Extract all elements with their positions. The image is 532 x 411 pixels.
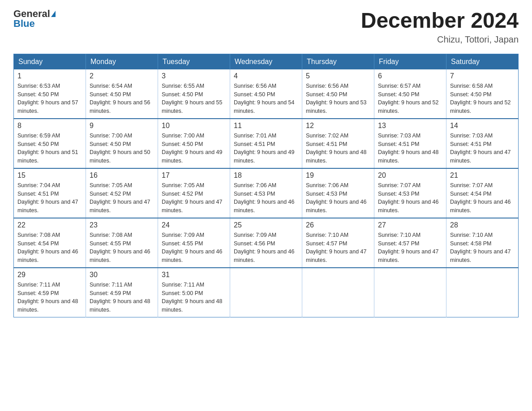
day-number: 9 (90, 122, 154, 130)
calendar-day-cell: 27 Sunrise: 7:10 AMSunset: 4:57 PMDaylig… (374, 218, 446, 268)
calendar-day-cell: 30 Sunrise: 7:11 AMSunset: 4:59 PMDaylig… (86, 268, 158, 317)
day-of-week-header: Tuesday (158, 54, 230, 69)
day-number: 5 (306, 72, 370, 80)
day-number: 28 (450, 221, 515, 229)
day-info: Sunrise: 7:10 AMSunset: 4:57 PMDaylight:… (378, 231, 442, 265)
day-info: Sunrise: 6:56 AMSunset: 4:50 PMDaylight:… (234, 82, 298, 116)
day-info: Sunrise: 7:10 AMSunset: 4:57 PMDaylight:… (306, 231, 370, 265)
day-info: Sunrise: 7:05 AMSunset: 4:52 PMDaylight:… (90, 181, 154, 215)
calendar-week-row: 1 Sunrise: 6:53 AMSunset: 4:50 PMDayligh… (14, 69, 519, 119)
day-info: Sunrise: 7:09 AMSunset: 4:55 PMDaylight:… (162, 231, 226, 265)
day-info: Sunrise: 7:11 AMSunset: 4:59 PMDaylight:… (90, 281, 154, 314)
calendar-day-cell: 12 Sunrise: 7:02 AMSunset: 4:51 PMDaylig… (302, 119, 374, 168)
day-of-week-header: Wednesday (230, 54, 302, 69)
calendar-day-cell: 7 Sunrise: 6:58 AMSunset: 4:50 PMDayligh… (446, 69, 519, 119)
day-number: 16 (90, 171, 154, 180)
day-info: Sunrise: 6:56 AMSunset: 4:50 PMDaylight:… (306, 82, 370, 116)
day-of-week-header: Monday (86, 54, 158, 69)
page-header: General Blue December 2024 Chizu, Tottor… (13, 9, 519, 45)
calendar-day-cell: 23 Sunrise: 7:08 AMSunset: 4:55 PMDaylig… (86, 218, 158, 268)
day-info: Sunrise: 7:09 AMSunset: 4:56 PMDaylight:… (234, 231, 298, 265)
calendar-header-row: SundayMondayTuesdayWednesdayThursdayFrid… (14, 54, 519, 69)
location-subtitle: Chizu, Tottori, Japan (361, 34, 519, 45)
day-info: Sunrise: 7:00 AMSunset: 4:50 PMDaylight:… (90, 132, 154, 165)
calendar-day-cell: 6 Sunrise: 6:57 AMSunset: 4:50 PMDayligh… (374, 69, 446, 119)
calendar-day-cell: 9 Sunrise: 7:00 AMSunset: 4:50 PMDayligh… (86, 119, 158, 168)
calendar-day-cell: 21 Sunrise: 7:07 AMSunset: 4:54 PMDaylig… (446, 168, 519, 218)
day-info: Sunrise: 6:53 AMSunset: 4:50 PMDaylight:… (17, 82, 82, 116)
day-info: Sunrise: 7:03 AMSunset: 4:51 PMDaylight:… (450, 132, 515, 165)
day-number: 29 (17, 271, 82, 279)
logo-blue-text: Blue (13, 19, 35, 29)
calendar-day-cell: 31 Sunrise: 7:11 AMSunset: 5:00 PMDaylig… (158, 268, 230, 317)
day-number: 26 (306, 221, 370, 229)
calendar-day-cell: 24 Sunrise: 7:09 AMSunset: 4:55 PMDaylig… (158, 218, 230, 268)
calendar-day-cell: 15 Sunrise: 7:04 AMSunset: 4:51 PMDaylig… (14, 168, 86, 218)
title-area: December 2024 Chizu, Tottori, Japan (361, 9, 519, 45)
calendar-day-cell: 14 Sunrise: 7:03 AMSunset: 4:51 PMDaylig… (446, 119, 519, 168)
calendar-day-cell: 8 Sunrise: 6:59 AMSunset: 4:50 PMDayligh… (14, 119, 86, 168)
day-of-week-header: Sunday (14, 54, 86, 69)
day-info: Sunrise: 6:58 AMSunset: 4:50 PMDaylight:… (450, 82, 515, 116)
calendar-day-cell: 17 Sunrise: 7:05 AMSunset: 4:52 PMDaylig… (158, 168, 230, 218)
calendar-week-row: 8 Sunrise: 6:59 AMSunset: 4:50 PMDayligh… (14, 119, 519, 168)
calendar-week-row: 29 Sunrise: 7:11 AMSunset: 4:59 PMDaylig… (14, 268, 519, 317)
calendar-week-row: 15 Sunrise: 7:04 AMSunset: 4:51 PMDaylig… (14, 168, 519, 218)
day-number: 15 (17, 171, 82, 180)
day-info: Sunrise: 7:08 AMSunset: 4:54 PMDaylight:… (17, 231, 82, 265)
day-number: 17 (162, 171, 226, 180)
day-number: 3 (162, 72, 226, 80)
day-number: 7 (450, 72, 515, 80)
calendar-day-cell: 29 Sunrise: 7:11 AMSunset: 4:59 PMDaylig… (14, 268, 86, 317)
day-number: 8 (17, 122, 82, 130)
logo-triangle-icon (51, 11, 56, 17)
day-number: 21 (450, 171, 515, 180)
calendar-day-cell (230, 268, 302, 317)
calendar-week-row: 22 Sunrise: 7:08 AMSunset: 4:54 PMDaylig… (14, 218, 519, 268)
calendar-day-cell: 26 Sunrise: 7:10 AMSunset: 4:57 PMDaylig… (302, 218, 374, 268)
day-number: 22 (17, 221, 82, 229)
day-info: Sunrise: 7:06 AMSunset: 4:53 PMDaylight:… (234, 181, 298, 215)
day-number: 4 (234, 72, 298, 80)
calendar-day-cell: 10 Sunrise: 7:00 AMSunset: 4:50 PMDaylig… (158, 119, 230, 168)
calendar-day-cell: 28 Sunrise: 7:10 AMSunset: 4:58 PMDaylig… (446, 218, 519, 268)
calendar-table: SundayMondayTuesdayWednesdayThursdayFrid… (13, 54, 519, 317)
day-info: Sunrise: 7:04 AMSunset: 4:51 PMDaylight:… (17, 181, 82, 215)
day-number: 13 (378, 122, 442, 130)
day-number: 6 (378, 72, 442, 80)
calendar-day-cell: 19 Sunrise: 7:06 AMSunset: 4:53 PMDaylig… (302, 168, 374, 218)
day-number: 14 (450, 122, 515, 130)
calendar-day-cell: 22 Sunrise: 7:08 AMSunset: 4:54 PMDaylig… (14, 218, 86, 268)
day-number: 25 (234, 221, 298, 229)
day-number: 18 (234, 171, 298, 180)
day-info: Sunrise: 6:55 AMSunset: 4:50 PMDaylight:… (162, 82, 226, 116)
day-info: Sunrise: 7:11 AMSunset: 4:59 PMDaylight:… (17, 281, 82, 314)
day-info: Sunrise: 7:08 AMSunset: 4:55 PMDaylight:… (90, 231, 154, 265)
day-number: 24 (162, 221, 226, 229)
calendar-day-cell: 5 Sunrise: 6:56 AMSunset: 4:50 PMDayligh… (302, 69, 374, 119)
day-info: Sunrise: 7:05 AMSunset: 4:52 PMDaylight:… (162, 181, 226, 215)
calendar-day-cell: 20 Sunrise: 7:07 AMSunset: 4:53 PMDaylig… (374, 168, 446, 218)
day-info: Sunrise: 7:06 AMSunset: 4:53 PMDaylight:… (306, 181, 370, 215)
calendar-day-cell (446, 268, 519, 317)
calendar-day-cell: 2 Sunrise: 6:54 AMSunset: 4:50 PMDayligh… (86, 69, 158, 119)
day-number: 19 (306, 171, 370, 180)
day-number: 27 (378, 221, 442, 229)
day-info: Sunrise: 7:03 AMSunset: 4:51 PMDaylight:… (378, 132, 442, 165)
calendar-day-cell: 18 Sunrise: 7:06 AMSunset: 4:53 PMDaylig… (230, 168, 302, 218)
day-info: Sunrise: 7:00 AMSunset: 4:50 PMDaylight:… (162, 132, 226, 165)
calendar-day-cell: 3 Sunrise: 6:55 AMSunset: 4:50 PMDayligh… (158, 69, 230, 119)
logo: General Blue (13, 9, 56, 29)
day-number: 10 (162, 122, 226, 130)
day-number: 12 (306, 122, 370, 130)
calendar-day-cell: 16 Sunrise: 7:05 AMSunset: 4:52 PMDaylig… (86, 168, 158, 218)
calendar-day-cell: 1 Sunrise: 6:53 AMSunset: 4:50 PMDayligh… (14, 69, 86, 119)
day-info: Sunrise: 6:59 AMSunset: 4:50 PMDaylight:… (17, 132, 82, 165)
day-number: 31 (162, 271, 226, 279)
day-info: Sunrise: 6:54 AMSunset: 4:50 PMDaylight:… (90, 82, 154, 116)
calendar-day-cell: 4 Sunrise: 6:56 AMSunset: 4:50 PMDayligh… (230, 69, 302, 119)
day-info: Sunrise: 6:57 AMSunset: 4:50 PMDaylight:… (378, 82, 442, 116)
calendar-day-cell (374, 268, 446, 317)
calendar-day-cell (302, 268, 374, 317)
day-number: 2 (90, 72, 154, 80)
